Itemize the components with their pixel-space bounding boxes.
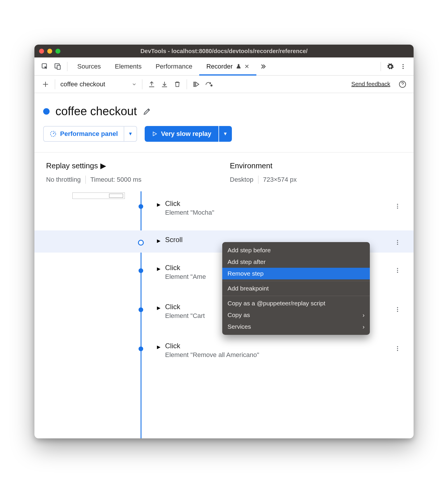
devtools-tabbar: Sources Elements Performance Recorder ✕ xyxy=(34,57,414,76)
menu-services[interactable]: Services› xyxy=(222,321,370,332)
svg-point-21 xyxy=(397,311,398,312)
svg-point-7 xyxy=(211,85,212,86)
step-title: Scroll xyxy=(165,236,183,244)
replay-settings-heading[interactable]: Replay settings ▶ xyxy=(46,161,218,170)
step-subtitle: Element "Cart xyxy=(165,312,205,320)
chevron-right-icon: › xyxy=(363,323,365,330)
performance-panel-button[interactable]: Performance panel ▼ xyxy=(43,126,137,142)
menu-copy-puppeteer[interactable]: Copy as a @puppeteer/replay script xyxy=(222,298,370,309)
tab-label: Performance xyxy=(155,63,192,70)
svg-point-10 xyxy=(397,204,398,205)
tab-label: Sources xyxy=(77,63,101,70)
step-dot xyxy=(139,204,143,209)
svg-point-20 xyxy=(397,309,398,310)
replay-button[interactable]: Very slow replay ▼ xyxy=(145,126,232,142)
recording-select[interactable]: coffee checkout xyxy=(58,80,139,88)
caret-right-icon: ▶ xyxy=(157,266,160,272)
import-icon[interactable] xyxy=(158,78,171,91)
svg-point-22 xyxy=(397,346,398,347)
tab-recorder[interactable]: Recorder ✕ xyxy=(199,57,256,75)
step-menu-icon[interactable] xyxy=(394,267,401,274)
step-dot xyxy=(139,307,143,312)
svg-point-5 xyxy=(402,68,404,69)
step-context-menu: Add step before Add step after Remove st… xyxy=(222,242,370,335)
svg-point-15 xyxy=(397,244,398,245)
send-feedback-link[interactable]: Send feedback xyxy=(351,81,390,88)
recorder-toolbar: coffee checkout Send feedback xyxy=(34,76,414,93)
svg-point-17 xyxy=(397,270,398,271)
devtools-window: DevTools - localhost:8080/docs/devtools/… xyxy=(34,45,414,438)
step-title: Click xyxy=(165,264,206,272)
step-menu-icon[interactable] xyxy=(394,203,401,209)
settings-icon[interactable] xyxy=(384,60,397,73)
recording-name: coffee checkout xyxy=(60,80,105,88)
menu-remove-step[interactable]: Remove step xyxy=(222,268,370,279)
dimensions-value: 723×574 px xyxy=(263,176,297,183)
replay-dropdown-arrow[interactable]: ▼ xyxy=(219,126,232,142)
device-toolbar-icon[interactable] xyxy=(51,60,64,73)
tab-performance[interactable]: Performance xyxy=(148,57,199,75)
flask-icon xyxy=(236,64,242,69)
svg-point-11 xyxy=(397,206,398,207)
step-subtitle: Element "Remove all Americano" xyxy=(165,351,259,359)
caret-right-icon: ▶ xyxy=(157,202,160,207)
svg-point-16 xyxy=(397,268,398,269)
menu-copy-as[interactable]: Copy as› xyxy=(222,309,370,321)
svg-point-3 xyxy=(402,64,404,65)
titlebar: DevTools - localhost:8080/docs/devtools/… xyxy=(34,45,414,57)
caret-right-icon: ▶ xyxy=(100,161,106,170)
svg-point-14 xyxy=(397,242,398,243)
svg-point-19 xyxy=(397,307,398,308)
step-dot xyxy=(139,346,143,351)
step-item[interactable]: ▶ Click Element "Mocha" xyxy=(34,194,414,222)
svg-point-12 xyxy=(397,208,398,209)
close-tab-icon[interactable]: ✕ xyxy=(244,63,249,70)
button-label: Very slow replay xyxy=(161,130,211,138)
add-recording-icon[interactable] xyxy=(39,78,52,91)
menu-add-breakpoint[interactable]: Add breakpoint xyxy=(222,283,370,294)
chevron-right-icon: › xyxy=(363,312,365,318)
caret-right-icon: ▶ xyxy=(157,238,160,244)
menu-add-step-before[interactable]: Add step before xyxy=(222,244,370,256)
menu-add-step-after[interactable]: Add step after xyxy=(222,256,370,268)
kebab-menu-icon[interactable] xyxy=(397,60,410,73)
continue-icon[interactable] xyxy=(190,78,203,91)
tab-elements[interactable]: Elements xyxy=(108,57,149,75)
svg-point-18 xyxy=(397,272,398,273)
steps-timeline: ▶ Click Element "Mocha" ▶ Scroll ▶ Click… xyxy=(34,191,414,438)
step-dot xyxy=(138,240,144,246)
svg-point-13 xyxy=(397,240,398,241)
step-subtitle: Element "Ame xyxy=(165,273,206,281)
svg-rect-6 xyxy=(194,82,195,86)
step-icon[interactable] xyxy=(203,78,216,91)
delete-icon[interactable] xyxy=(171,78,184,91)
button-label: Performance panel xyxy=(60,130,118,138)
step-menu-icon[interactable] xyxy=(394,345,401,352)
timeout-value: Timeout: 5000 ms xyxy=(90,176,141,183)
export-icon[interactable] xyxy=(145,78,158,91)
performance-dropdown-arrow[interactable]: ▼ xyxy=(124,127,136,141)
window-title: DevTools - localhost:8080/docs/devtools/… xyxy=(34,48,414,55)
svg-point-4 xyxy=(402,66,404,67)
settings-row: Replay settings ▶ No throttling Timeout:… xyxy=(34,152,414,191)
step-item[interactable]: ▶ Click Element "Remove all Americano" xyxy=(34,337,414,364)
recording-status-dot xyxy=(43,108,50,115)
play-icon xyxy=(152,131,158,137)
edit-title-icon[interactable] xyxy=(143,107,151,116)
svg-point-24 xyxy=(397,350,398,351)
device-value: Desktop xyxy=(230,176,253,183)
step-menu-icon[interactable] xyxy=(394,239,401,246)
step-title: Click xyxy=(165,200,214,208)
caret-right-icon: ▶ xyxy=(157,344,160,350)
step-title: Click xyxy=(165,342,259,350)
svg-rect-2 xyxy=(57,65,60,69)
more-tabs-icon[interactable] xyxy=(256,60,269,73)
step-menu-icon[interactable] xyxy=(394,306,401,313)
help-icon[interactable] xyxy=(396,78,409,91)
inspect-icon[interactable] xyxy=(38,60,51,73)
step-subtitle: Element "Mocha" xyxy=(165,209,214,216)
step-title: Click xyxy=(165,303,205,311)
recording-header: coffee checkout Performance panel ▼ Very… xyxy=(34,93,414,142)
tab-sources[interactable]: Sources xyxy=(70,57,108,75)
tab-label: Elements xyxy=(115,63,142,70)
